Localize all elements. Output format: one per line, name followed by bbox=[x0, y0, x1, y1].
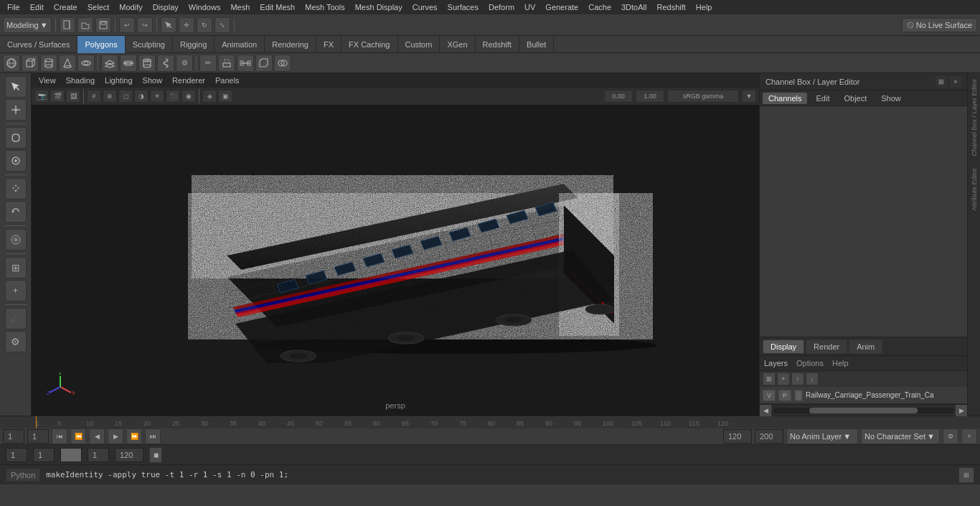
scroll-track[interactable] bbox=[773, 408, 954, 413]
cylinder-btn[interactable] bbox=[40, 55, 57, 72]
layer-add-btn[interactable]: ⊞ bbox=[763, 373, 776, 385]
paint-select-btn[interactable] bbox=[5, 150, 27, 172]
layer-move-down-btn[interactable]: ↓ bbox=[806, 373, 819, 385]
status-color-swatch[interactable] bbox=[60, 448, 82, 462]
status-end-btn[interactable]: ◼ bbox=[149, 447, 162, 463]
component-btn[interactable]: + bbox=[5, 280, 27, 301]
vp-shading-btn[interactable]: ◑ bbox=[134, 90, 149, 103]
layer-move-btn[interactable]: ↑ bbox=[791, 373, 804, 385]
viewport-renderer-menu[interactable]: Renderer bbox=[168, 75, 209, 86]
menu-uv[interactable]: UV bbox=[520, 1, 540, 13]
step-forward-btn[interactable]: ⏩ bbox=[126, 428, 142, 444]
boolean-btn[interactable] bbox=[274, 55, 291, 72]
menu-curves[interactable]: Curves bbox=[408, 1, 442, 13]
menu-windows[interactable]: Windows bbox=[184, 1, 225, 13]
soft-select-btn[interactable] bbox=[5, 229, 27, 250]
vp-colorspace-dropdown[interactable]: ▼ bbox=[742, 90, 756, 103]
menu-3dtall[interactable]: 3DtoAll bbox=[617, 1, 651, 13]
object-tab[interactable]: Object bbox=[838, 93, 872, 104]
tab-fx[interactable]: FX bbox=[316, 36, 341, 53]
torus-btn[interactable] bbox=[77, 55, 95, 72]
layer-color-indicator[interactable]: ░ bbox=[794, 390, 803, 401]
viewport-show-menu[interactable]: Show bbox=[138, 75, 167, 86]
rotate-mode-btn[interactable] bbox=[5, 201, 27, 222]
timeline-playback-end[interactable]: 120 bbox=[723, 429, 752, 444]
vp-resolution-btn[interactable]: ▣ bbox=[218, 90, 232, 103]
play-forward-btn[interactable]: ▶ bbox=[108, 428, 123, 444]
bridge-btn[interactable] bbox=[237, 55, 254, 72]
camera-btn[interactable]: 🎥 bbox=[5, 308, 27, 329]
select-tool[interactable] bbox=[161, 17, 176, 33]
panel-close-btn[interactable]: × bbox=[950, 76, 961, 88]
disc-btn[interactable] bbox=[120, 55, 137, 72]
tab-fx-caching[interactable]: FX Caching bbox=[341, 36, 397, 53]
channels-tab[interactable]: Channels bbox=[763, 93, 807, 104]
viewport-view-menu[interactable]: View bbox=[34, 75, 60, 86]
status-field-4[interactable]: 120 bbox=[115, 448, 143, 462]
tab-curves-surfaces[interactable]: Curves / Surfaces bbox=[0, 36, 77, 53]
vp-colorspace[interactable]: sRGB gamma bbox=[667, 90, 739, 103]
tab-rigging[interactable]: Rigging bbox=[173, 36, 215, 53]
menu-display[interactable]: Display bbox=[149, 1, 183, 13]
menu-edit[interactable]: Edit bbox=[26, 1, 48, 13]
vp-display-btn[interactable]: ◻ bbox=[118, 90, 133, 103]
vp-grid-btn[interactable]: # bbox=[87, 90, 101, 103]
scroll-right-btn[interactable]: ▶ bbox=[956, 405, 967, 416]
layer-add-selected-btn[interactable]: + bbox=[777, 373, 790, 385]
panel-expand-btn[interactable]: ⊞ bbox=[936, 76, 947, 88]
timeline-extra-btn[interactable]: + bbox=[961, 428, 977, 444]
pencil-tool-btn[interactable]: ✏ bbox=[199, 55, 217, 72]
render-tab[interactable]: Render bbox=[806, 339, 847, 354]
vp-render-btn[interactable]: 🖼 bbox=[66, 90, 80, 103]
menu-cache[interactable]: Cache bbox=[584, 1, 616, 13]
vp-xray-btn[interactable]: ◉ bbox=[182, 90, 196, 103]
helix-btn[interactable] bbox=[157, 55, 174, 72]
menu-mesh-tools[interactable]: Mesh Tools bbox=[301, 1, 349, 13]
gear-shape-btn[interactable]: ⚙ bbox=[176, 55, 193, 72]
python-expand-btn[interactable]: ⊞ bbox=[958, 467, 974, 483]
menu-mesh[interactable]: Mesh bbox=[226, 1, 254, 13]
edit-tab[interactable]: Edit bbox=[810, 93, 835, 104]
tab-xgen[interactable]: XGen bbox=[440, 36, 475, 53]
timeline-range-end[interactable]: 200 bbox=[755, 429, 783, 444]
go-to-end-btn[interactable]: ⏭ bbox=[145, 428, 161, 444]
step-back-btn[interactable]: ⏪ bbox=[70, 428, 86, 444]
vp-isolate-btn[interactable]: ◈ bbox=[202, 90, 217, 103]
layers-help-tab[interactable]: Help bbox=[829, 358, 852, 368]
status-field-2[interactable]: 1 bbox=[33, 448, 55, 462]
menu-surfaces[interactable]: Surfaces bbox=[443, 1, 483, 13]
vp-value2[interactable]: 1.00 bbox=[636, 90, 664, 103]
tab-bullet[interactable]: Bullet bbox=[519, 36, 555, 53]
vp-film-btn[interactable]: 🎬 bbox=[50, 90, 65, 103]
menu-modify[interactable]: Modify bbox=[115, 1, 146, 13]
select-tool-btn[interactable] bbox=[5, 76, 27, 98]
menu-generate[interactable]: Generate bbox=[541, 1, 583, 13]
layer-vis-v[interactable]: V bbox=[763, 390, 776, 401]
extrude-btn[interactable] bbox=[218, 55, 235, 72]
undo-btn[interactable]: ↩ bbox=[119, 17, 135, 33]
new-scene-btn[interactable] bbox=[60, 17, 75, 33]
tab-rendering[interactable]: Rendering bbox=[265, 36, 316, 53]
layers-options-tab[interactable]: Options bbox=[793, 358, 826, 368]
viewport-panels-menu[interactable]: Panels bbox=[211, 75, 244, 86]
viewport-lighting-menu[interactable]: Lighting bbox=[100, 75, 137, 86]
timeline-start-frame[interactable]: 1 bbox=[3, 429, 24, 444]
status-field-1[interactable]: 1 bbox=[6, 448, 27, 462]
cube-btn[interactable] bbox=[22, 55, 39, 72]
display-tab[interactable]: Display bbox=[763, 339, 804, 354]
plane-btn[interactable] bbox=[101, 55, 118, 72]
menu-create[interactable]: Create bbox=[50, 1, 82, 13]
menu-redshift[interactable]: Redshift bbox=[652, 1, 689, 13]
timeline-settings-btn[interactable]: ⚙ bbox=[943, 428, 958, 444]
channel-box-edge-tab[interactable]: Channel Box / Layer Editor bbox=[969, 73, 979, 162]
menu-help[interactable]: Help bbox=[692, 1, 717, 13]
cone-btn[interactable] bbox=[59, 55, 76, 72]
vp-shadow-btn[interactable]: ⚫ bbox=[166, 90, 180, 103]
menu-deform[interactable]: Deform bbox=[484, 1, 519, 13]
3d-viewport[interactable]: View Shading Lighting Show Renderer Pane… bbox=[32, 73, 759, 416]
right-panel-scrollbar[interactable]: ◀ ▶ bbox=[760, 404, 967, 416]
show-tab[interactable]: Show bbox=[875, 93, 907, 104]
vp-camera-btn[interactable]: 📷 bbox=[34, 90, 49, 103]
open-scene-btn[interactable] bbox=[77, 17, 93, 33]
tab-sculpting[interactable]: Sculpting bbox=[126, 36, 173, 53]
